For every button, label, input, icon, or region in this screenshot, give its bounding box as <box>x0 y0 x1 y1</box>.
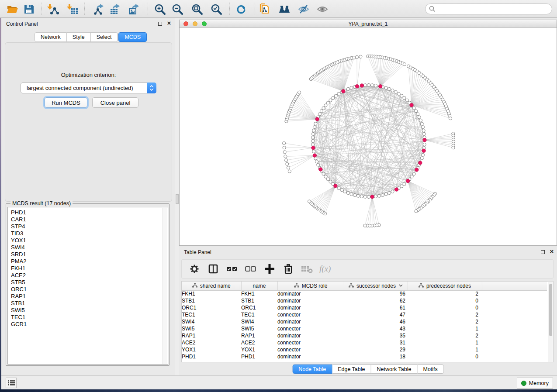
network-node[interactable] <box>416 113 419 116</box>
hide-selected-eye-slash-icon[interactable] <box>297 3 310 16</box>
network-leaf-node[interactable] <box>287 166 290 169</box>
network-window-titlebar[interactable]: YPA_prune.txt_1 <box>179 20 557 28</box>
scrollbar-thumb[interactable] <box>549 284 552 336</box>
table-row[interactable]: TEC1TEC1connector472 <box>182 311 547 318</box>
mcds-result-item[interactable]: SWI5 <box>11 307 168 314</box>
column-header-predecessor-nodes[interactable]: predecessor nodes <box>408 282 482 290</box>
network-node[interactable] <box>414 110 417 113</box>
network-leaf-node[interactable] <box>283 146 286 149</box>
network-node[interactable] <box>420 157 423 160</box>
network-node[interactable] <box>318 113 321 116</box>
network-node[interactable] <box>374 84 377 87</box>
float-panel-icon[interactable] <box>541 250 545 254</box>
deselect-all-checkboxes-icon[interactable] <box>244 262 257 275</box>
export-table-icon[interactable] <box>108 3 121 16</box>
mcds-result-item[interactable]: PMA2 <box>11 258 168 265</box>
close-panel-button[interactable]: Close panel <box>92 97 138 108</box>
network-node[interactable] <box>403 182 406 186</box>
column-header-name[interactable]: name <box>241 282 277 290</box>
network-node[interactable] <box>377 194 381 197</box>
network-leaf-node[interactable] <box>283 151 286 154</box>
network-leaf-node[interactable] <box>403 63 406 66</box>
network-leaf-node[interactable] <box>452 146 455 149</box>
mcds-result-item[interactable]: PHD1 <box>11 209 168 216</box>
clone-network-icon[interactable] <box>258 3 271 16</box>
mcds-result-item[interactable]: GCR1 <box>11 321 168 328</box>
table-row[interactable]: SWI4SWI4dominator462 <box>182 318 547 325</box>
tab-mcds[interactable]: MCDS <box>118 32 147 42</box>
network-leaf-node[interactable] <box>284 155 287 158</box>
network-leaf-node[interactable] <box>359 55 362 58</box>
mcds-result-item[interactable]: RAP1 <box>11 293 168 300</box>
network-node[interactable] <box>422 129 425 132</box>
minimize-window-icon[interactable] <box>193 21 197 26</box>
network-node[interactable] <box>394 90 397 93</box>
mcds-result-item[interactable]: TID3 <box>11 230 168 237</box>
network-hub-node[interactable] <box>394 188 398 191</box>
network-node[interactable] <box>337 92 340 95</box>
splitter-grip-icon[interactable] <box>176 194 179 204</box>
network-node[interactable] <box>311 136 315 139</box>
network-node[interactable] <box>388 191 391 194</box>
tab-edge-table[interactable]: Edge Table <box>332 364 371 374</box>
network-node[interactable] <box>353 193 356 196</box>
network-node[interactable] <box>340 189 343 192</box>
network-leaf-node[interactable] <box>286 162 289 165</box>
column-header-MCDS-role[interactable]: MCDS role <box>277 282 344 290</box>
network-node[interactable] <box>311 139 314 142</box>
network-node[interactable] <box>332 96 335 100</box>
network-node[interactable] <box>313 126 316 129</box>
zoom-selected-icon[interactable] <box>210 3 223 16</box>
mcds-result-item[interactable]: SRD1 <box>11 251 168 258</box>
network-node[interactable] <box>422 132 426 135</box>
tab-motifs[interactable]: Motifs <box>417 364 443 374</box>
network-node[interactable] <box>363 84 367 87</box>
network-hub-node[interactable] <box>370 195 374 199</box>
network-node[interactable] <box>391 190 394 193</box>
network-hub-node[interactable] <box>342 89 345 93</box>
delete-columns-trash-icon[interactable] <box>282 262 295 275</box>
gear-icon[interactable] <box>188 262 201 275</box>
network-node[interactable] <box>346 191 349 194</box>
network-node[interactable] <box>381 193 384 196</box>
export-image-icon[interactable] <box>127 3 140 16</box>
network-leaf-node[interactable] <box>353 56 356 59</box>
network-node[interactable] <box>410 175 413 178</box>
table-row[interactable]: YOX1YOX1connector291 <box>182 346 547 353</box>
add-column-icon[interactable] <box>263 262 276 275</box>
network-node[interactable] <box>324 175 327 178</box>
network-leaf-node[interactable] <box>288 170 291 173</box>
mcds-result-item[interactable]: ORC1 <box>11 286 168 293</box>
network-node[interactable] <box>384 193 387 196</box>
maximize-window-icon[interactable] <box>202 21 207 26</box>
network-node[interactable] <box>322 172 325 175</box>
tab-network[interactable]: Network <box>35 32 67 42</box>
network-hub-node[interactable] <box>360 84 363 87</box>
select-all-checkboxes-icon[interactable] <box>225 262 239 275</box>
network-leaf-node[interactable] <box>363 224 367 227</box>
run-mcds-button[interactable]: Run MCDS <box>45 97 87 108</box>
mcds-result-item[interactable]: SWI4 <box>11 244 168 251</box>
network-leaf-node[interactable] <box>284 158 287 162</box>
network-graph[interactable] <box>180 28 557 245</box>
network-node[interactable] <box>397 92 400 95</box>
network-hub-node[interactable] <box>319 168 322 171</box>
import-table-icon[interactable] <box>66 3 79 16</box>
network-node[interactable] <box>391 89 394 92</box>
network-node[interactable] <box>420 122 423 125</box>
network-node[interactable] <box>322 107 325 110</box>
network-hub-node[interactable] <box>311 146 315 149</box>
network-node[interactable] <box>403 96 406 100</box>
table-row[interactable]: STB1STB1dominator620 <box>182 297 547 304</box>
network-hub-node[interactable] <box>423 138 426 142</box>
network-hub-node[interactable] <box>415 168 419 172</box>
network-node[interactable] <box>346 87 349 90</box>
network-node[interactable] <box>343 190 346 193</box>
network-node[interactable] <box>400 94 403 97</box>
search-binoculars-icon[interactable] <box>278 3 291 16</box>
network-node[interactable] <box>356 194 360 197</box>
float-panel-icon[interactable] <box>158 22 162 26</box>
network-node[interactable] <box>412 172 415 175</box>
network-node[interactable] <box>367 195 370 198</box>
network-node[interactable] <box>405 99 408 102</box>
